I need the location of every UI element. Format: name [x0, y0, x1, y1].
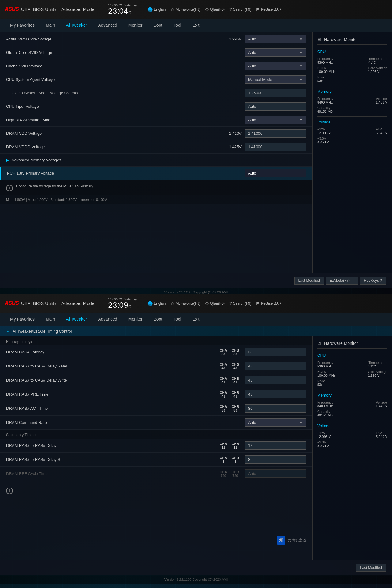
- main-area-2: Primary Timings DRAM CAS# Latency CHA38 …: [0, 336, 392, 560]
- dram-input-cas[interactable]: 38: [245, 348, 306, 356]
- dram-channel-headers-cas: CHA38 CHB38: [220, 349, 239, 356]
- resizebar-action-2[interactable]: ⊞ ReSize BAR: [256, 301, 281, 306]
- dram-channels-ref-cycle: CHA720 CHB720: [217, 470, 242, 477]
- breadcrumb-2: ← Ai Tweaker\DRAM Timing Control: [0, 326, 392, 336]
- nav-item-exit-2[interactable]: Exit: [187, 313, 205, 326]
- setting-control-cpusa[interactable]: Manual Mode▼: [245, 75, 306, 84]
- dram-input-ras-cas-read[interactable]: 48: [245, 362, 306, 370]
- hw-cpu-freq-row-2: Frequency 5300 MHz Temperature 39°C: [317, 361, 387, 368]
- setting-value-dramvddq: 1.425V: [225, 145, 242, 149]
- dram-label-ref-cycle: DRAM REF Cycle Time: [6, 471, 217, 476]
- setting-control-dramvddq[interactable]: 1.41000: [245, 143, 306, 151]
- dram-input-ras-cas-write[interactable]: 48: [245, 376, 306, 384]
- nav-item-myfavorites-1[interactable]: My Favorites: [5, 19, 40, 32]
- hw-mem-freq-row-1: Frequency 8400 MHz Voltage 1.456 V: [317, 97, 387, 104]
- last-modified-btn-2[interactable]: Last Modified: [356, 564, 386, 572]
- dram-channels-ras-pre: CHA48 CHB48: [217, 391, 242, 398]
- search-action-1[interactable]: ? Search(F9): [229, 7, 251, 12]
- top-bar-2: ASUS UEFI BIOS Utility – Advanced Mode 1…: [0, 294, 392, 313]
- setting-row-pch18: PCH 1.8V Primary Voltage Auto: [0, 167, 312, 180]
- globe-icon-1: 🌐: [147, 7, 153, 12]
- time-clock-2: 23:09⚙: [108, 301, 137, 309]
- qfan-action-2[interactable]: ⊙ Qfan(F6): [205, 301, 225, 306]
- setting-label-cpuinput: CPU Input Voltage: [6, 104, 225, 109]
- ezmode-btn-1[interactable]: EzMode(F7) →: [326, 277, 358, 285]
- dram-input-ras-pre[interactable]: 48: [245, 390, 306, 398]
- dram-row-ras-pre: DRAM RAS# PRE Time CHA48 CHB48 48: [0, 387, 312, 401]
- bios-panel-1: ASUS UEFI BIOS Utility – Advanced Mode 1…: [0, 0, 392, 294]
- hw-mem-volt-col-2: Voltage 1.440 V: [376, 401, 387, 408]
- hw-mem-cap-row-1: Capacity 49152 MB: [317, 106, 387, 113]
- nav-item-boot-1[interactable]: Boot: [148, 19, 168, 32]
- setting-label-gcsvid: Global Core SVID Voltage: [6, 50, 225, 55]
- myfavorite-action-1[interactable]: ☆ MyFavorite(F3): [171, 7, 201, 12]
- hw-mem-cap-col-2: Capacity 49152 MB: [317, 410, 333, 417]
- hw-cpu-ratio-col-2: Ratio 53x: [317, 379, 325, 386]
- nav-item-exit-1[interactable]: Exit: [187, 19, 205, 32]
- dram-channels-ras-ras-s: CHA8 CHB8: [217, 456, 242, 463]
- hw-volt-5-col-2: +5V 5.040 V: [376, 431, 387, 439]
- setting-row-cpuinput: CPU Input Voltage Auto: [0, 100, 312, 113]
- nav-item-main-1[interactable]: Main: [40, 19, 60, 32]
- setting-control-cpuinput[interactable]: Auto: [245, 102, 306, 111]
- last-modified-btn-1[interactable]: Last Modified: [294, 277, 324, 285]
- content-area-2: Primary Timings DRAM CAS# Latency CHA38 …: [0, 336, 312, 560]
- nav-item-tool-2[interactable]: Tool: [168, 313, 187, 326]
- setting-control-pch18[interactable]: Auto: [245, 169, 306, 177]
- setting-row-advmem[interactable]: ▶ Advanced Memory Voltages: [0, 154, 312, 167]
- dram-input-ras-ras-s[interactable]: 8: [245, 455, 306, 464]
- resizebar-action-1[interactable]: ⊞ ReSize BAR: [256, 7, 281, 12]
- nav-item-advanced-2[interactable]: Advanced: [92, 313, 123, 326]
- hw-monitor-panel-1: 🖥 Hardware Monitor CPU Frequency 5300 MH…: [312, 32, 392, 273]
- dram-label-ras-ras-s: DRAM RAS# to RAS# Delay S: [6, 457, 217, 462]
- hw-monitor-title-1: 🖥 Hardware Monitor: [317, 37, 387, 45]
- hw-sep-3: [317, 390, 387, 390]
- nav-item-monitor-2[interactable]: Monitor: [123, 313, 148, 326]
- dram-control-cmd-rate[interactable]: Auto▼: [245, 418, 306, 427]
- nav-item-monitor-1[interactable]: Monitor: [123, 19, 148, 32]
- nav-item-aitweaker-2[interactable]: Ai Tweaker: [60, 313, 92, 326]
- hw-cpu-ratio-col-1: Ratio 53x: [317, 75, 325, 83]
- hw-volt-33-row-2: +3.3V 3.360 V: [317, 440, 387, 448]
- english-action-2[interactable]: 🌐 English: [147, 301, 166, 306]
- info-box-1: i Configure the voltage for the PCH 1.8V…: [0, 180, 312, 195]
- dram-row-ras-ras-s: DRAM RAS# to RAS# Delay S CHA8 CHB8 8: [0, 453, 312, 467]
- hw-cpu-corev-col-1: Core Voltage 1.296 V: [368, 66, 387, 74]
- qfan-action-1[interactable]: ⊙ Qfan(F6): [205, 7, 225, 12]
- hw-volt-5-col-1: +5V 5.040 V: [376, 127, 387, 135]
- hw-monitor-panel-2: 🖥 Hardware Monitor CPU Frequency 5300 MH…: [312, 336, 392, 560]
- setting-control-cachesvid[interactable]: Auto▼: [245, 62, 306, 70]
- nav-item-main-2[interactable]: Main: [40, 313, 60, 326]
- expand-arrow-advmem: ▶: [6, 158, 9, 162]
- dram-label-ras-ras-l: DRAM RAS# to RAS# Delay L: [6, 443, 217, 448]
- setting-control-dramvdd[interactable]: 1.41000: [245, 129, 306, 138]
- bottom-bar-1: Last Modified EzMode(F7) → Hot Keys ?: [0, 273, 392, 288]
- dram-input-ras-ras-l[interactable]: 12: [245, 441, 306, 450]
- hw-cpu-bclk-col-2: BCLK 100.00 MHz: [317, 370, 335, 377]
- myfavorite-action-2[interactable]: ☆ MyFavorite(F3): [171, 301, 201, 306]
- info-icon-1: i: [6, 185, 13, 191]
- nav-item-advanced-1[interactable]: Advanced: [92, 19, 123, 32]
- hw-mem-volt-col-1: Voltage 1.456 V: [376, 97, 387, 104]
- top-bar-actions-2: 🌐 English ☆ MyFavorite(F3) ⊙ Qfan(F6) ? …: [147, 301, 387, 306]
- nav-item-tool-1[interactable]: Tool: [168, 19, 187, 32]
- setting-control-vrm[interactable]: Auto▼: [245, 35, 306, 43]
- setting-control-highdram[interactable]: Auto▼: [245, 116, 306, 124]
- nav-item-aitweaker-1[interactable]: Ai Tweaker: [60, 19, 92, 32]
- setting-control-cpusa-override[interactable]: 1.26000: [245, 89, 306, 97]
- setting-label-cpusa: CPU System Agent Voltage: [6, 77, 225, 82]
- english-action-1[interactable]: 🌐 English: [147, 7, 166, 12]
- dram-input-ras-act[interactable]: 80: [245, 404, 306, 413]
- breadcrumb-text: Ai Tweaker\DRAM Timing Control: [13, 329, 72, 334]
- setting-label-advmem: Advanced Memory Voltages: [12, 158, 61, 162]
- setting-value-vrm: 1.296V: [225, 37, 242, 41]
- setting-control-gcsvid[interactable]: Auto▼: [245, 48, 306, 57]
- hotkeys-btn-1[interactable]: Hot Keys ?: [360, 277, 386, 285]
- separator-3: [100, 297, 100, 310]
- time-section-1: 12/09/2023 Saturday 23:04⚙: [108, 4, 137, 15]
- search-action-2[interactable]: ? Search(F9): [229, 301, 251, 306]
- nav-item-boot-2[interactable]: Boot: [148, 313, 168, 326]
- nav-item-myfavorites-2[interactable]: My Favorites: [5, 313, 40, 326]
- hw-cpu-corev-col-2: Core Voltage 1.296 V: [368, 370, 387, 377]
- hw-volt-12-row-1: +12V 12.096 V +5V 5.040 V: [317, 127, 387, 135]
